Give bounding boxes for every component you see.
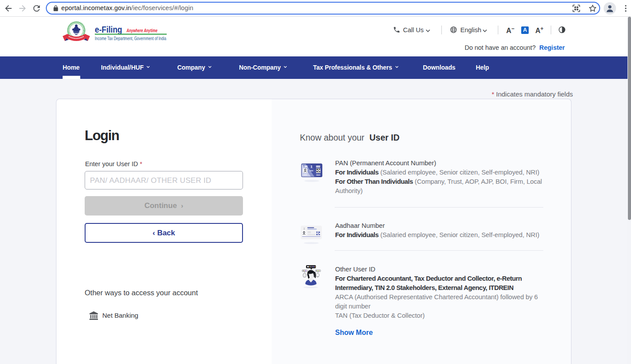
svg-text:Anywhere Anytime: Anywhere Anytime xyxy=(126,28,157,33)
svg-text:Income Tax Department, Governm: Income Tax Department, Government of Ind… xyxy=(95,35,166,41)
svg-text:e-Filing: e-Filing xyxy=(95,25,122,34)
